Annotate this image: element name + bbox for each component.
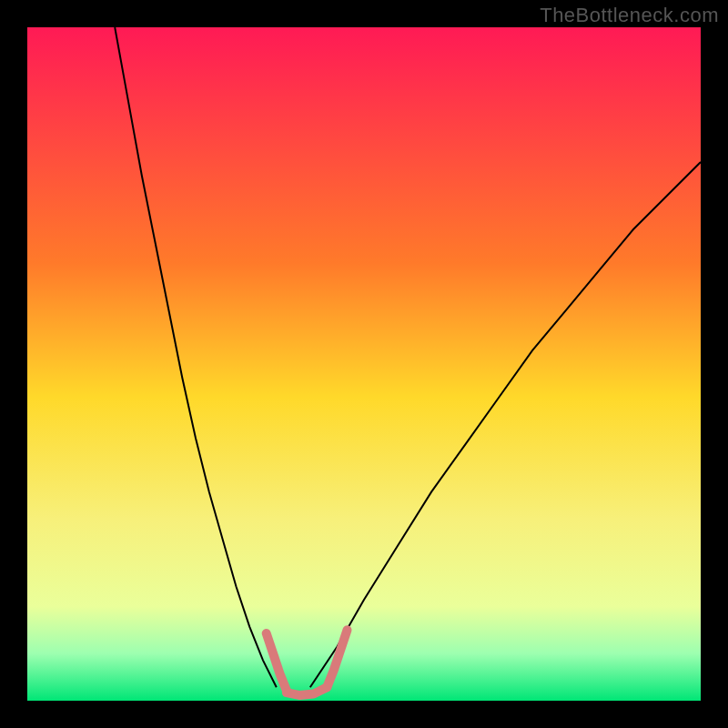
watermark-text: TheBottleneck.com — [540, 4, 719, 27]
series-right-curve — [310, 162, 701, 687]
chart-curves — [27, 27, 701, 701]
series-marker-bottom — [287, 687, 327, 695]
series-left-curve — [115, 27, 277, 687]
plot-area — [27, 27, 701, 701]
chart-frame: TheBottleneck.com — [0, 0, 728, 728]
series-marker-left — [267, 633, 287, 691]
